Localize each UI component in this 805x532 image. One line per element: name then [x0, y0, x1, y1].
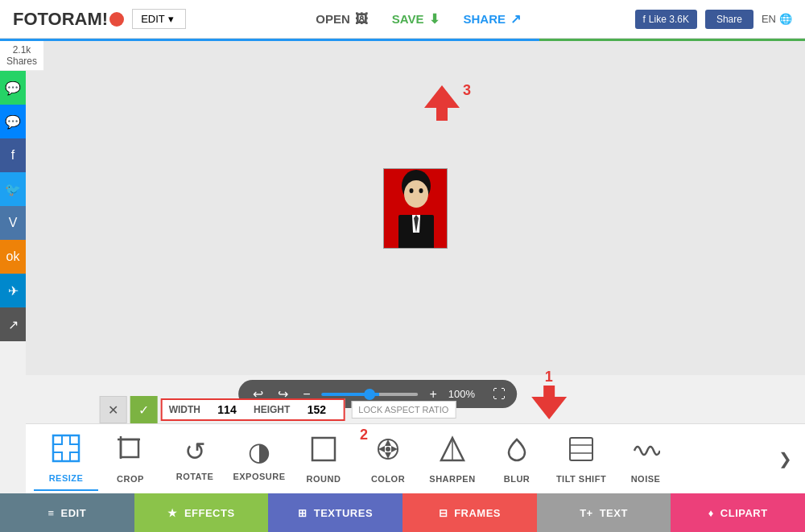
resize-label: RESIZE: [49, 473, 84, 483]
textures-tab-label: TEXTURES: [314, 507, 373, 519]
annotation-2: 2: [360, 427, 368, 443]
resize-icon: [52, 434, 80, 468]
svg-point-4: [419, 188, 423, 193]
svg-rect-17: [312, 438, 335, 460]
tool-tilt-shift[interactable]: TILT SHIFT: [549, 428, 613, 490]
annotation-1: 1: [531, 369, 567, 419]
rotate-icon: ↺: [184, 436, 206, 467]
twitter-button[interactable]: 🐦: [0, 172, 26, 206]
fullscreen-button[interactable]: ⛶: [493, 387, 506, 402]
fb-share-button[interactable]: Share: [705, 10, 753, 29]
telegram-button[interactable]: ✈: [0, 274, 26, 307]
tab-textures[interactable]: ⊞ TEXTURES: [268, 493, 402, 532]
round-icon: [309, 435, 338, 469]
annotation-3-label: 3: [463, 82, 471, 99]
more-tools-button[interactable]: ❯: [773, 449, 797, 468]
fb-icon: f: [643, 14, 646, 25]
lock-aspect-ratio-button[interactable]: LOCK ASPECT RATIO: [351, 401, 456, 419]
tab-effects[interactable]: ★ EFFECTS: [134, 493, 269, 532]
svg-rect-11: [70, 435, 79, 444]
tab-frames[interactable]: ⊟ FRAMES: [402, 493, 537, 532]
svg-rect-10: [53, 435, 62, 444]
fb-like-button[interactable]: f Like 3.6K: [635, 10, 697, 29]
tool-sharpen[interactable]: SHARPEN: [420, 428, 485, 490]
edit-tab-icon: ≡: [47, 507, 54, 519]
clipart-tab-label: CLIPART: [720, 507, 768, 519]
open-nav-item[interactable]: OPEN 🖼: [316, 12, 368, 27]
height-label: HEIGHT: [254, 404, 290, 415]
text-tab-icon: T+: [580, 507, 593, 519]
bottom-tabs: ≡ EDIT ★ EFFECTS ⊞ TEXTURES ⊟ FRAMES T+ …: [0, 493, 805, 532]
annotation-1-label: 1: [545, 369, 553, 386]
cancel-button[interactable]: ✕: [100, 396, 127, 423]
annotation-3: 3: [424, 85, 471, 121]
logo-text: FOTORAM!: [13, 9, 108, 30]
size-inputs-section: ✕ ✓ WIDTH HEIGHT LOCK ASPECT RATIO: [100, 396, 456, 423]
fb-share-label: Share: [716, 14, 742, 25]
shares-label: Shares: [6, 56, 37, 67]
blur-label: BLUR: [504, 474, 530, 484]
svg-point-3: [410, 188, 414, 193]
whatsapp-button[interactable]: 💬: [0, 71, 26, 105]
height-input[interactable]: [296, 403, 336, 416]
textures-tab-icon: ⊞: [298, 507, 308, 519]
tool-resize[interactable]: RESIZE: [34, 427, 98, 491]
share-nav-item[interactable]: SHARE ↗: [464, 11, 522, 27]
width-input[interactable]: [207, 403, 247, 416]
zoom-slider[interactable]: [322, 393, 419, 396]
share-label: SHARE: [464, 12, 506, 26]
header-right: f Like 3.6K Share EN 🌐: [635, 10, 792, 29]
confirm-button[interactable]: ✓: [130, 396, 158, 423]
icon-toolbar: RESIZE CROP ↺ ROTATE ◑ EXPOSURE ROUND: [26, 423, 805, 493]
svg-rect-14: [121, 439, 138, 457]
tool-rotate[interactable]: ↺ ROTATE: [163, 430, 227, 488]
exposure-label: EXPOSURE: [233, 472, 285, 481]
crop-icon: [116, 435, 145, 469]
noise-label: NOISE: [631, 474, 661, 484]
rotate-label: ROTATE: [176, 472, 214, 481]
round-label: ROUND: [307, 474, 341, 484]
social-count: 2.1k Shares: [0, 41, 43, 71]
logo: FOTORAM!: [13, 9, 124, 30]
share-more-button[interactable]: ↗: [0, 307, 26, 341]
social-sidebar: 2.1k Shares 💬 💬 f 🐦 V ok ✈ ↗: [0, 41, 43, 341]
tool-exposure[interactable]: ◑ EXPOSURE: [227, 430, 291, 488]
annotation-2-label: 2: [360, 427, 368, 443]
tab-edit[interactable]: ≡ EDIT: [0, 493, 134, 532]
save-icon: ⬇: [429, 11, 440, 27]
color-icon: [374, 435, 402, 469]
tab-clipart[interactable]: ♦ CLIPART: [671, 493, 805, 532]
canvas-area: 3: [26, 41, 805, 375]
tilt-shift-icon: [567, 435, 596, 469]
header: FOTORAM! EDIT ▾ OPEN 🖼 SAVE ⬇ SHARE ↗ f …: [0, 0, 805, 39]
open-icon: 🖼: [355, 12, 368, 27]
photo-box: [383, 168, 448, 249]
sharpen-label: SHARPEN: [429, 474, 475, 484]
sharpen-icon: [438, 435, 467, 469]
svg-rect-22: [570, 438, 592, 460]
save-label: SAVE: [392, 12, 424, 26]
tool-round[interactable]: ROUND: [291, 428, 356, 490]
tool-crop[interactable]: CROP: [98, 428, 163, 490]
size-inputs-box: WIDTH HEIGHT: [161, 398, 345, 421]
messenger-button[interactable]: 💬: [0, 105, 26, 138]
facebook-button[interactable]: f: [0, 138, 26, 172]
language-selector[interactable]: EN 🌐: [762, 13, 792, 25]
lang-label: EN: [762, 13, 776, 25]
edit-dropdown[interactable]: EDIT ▾: [132, 9, 186, 29]
frames-tab-icon: ⊟: [439, 507, 448, 519]
ok-button[interactable]: ok: [0, 240, 26, 274]
save-nav-item[interactable]: SAVE ⬇: [392, 11, 440, 27]
svg-point-19: [386, 447, 390, 452]
logo-circle: [109, 12, 124, 27]
effects-tab-icon: ★: [167, 507, 178, 519]
share-icon: ↗: [510, 11, 521, 27]
tool-noise[interactable]: NOISE: [613, 428, 678, 490]
effects-tab-label: EFFECTS: [184, 507, 235, 519]
edit-label: EDIT: [141, 13, 165, 25]
svg-rect-13: [70, 452, 79, 461]
tilt-shift-label: TILT SHIFT: [556, 474, 606, 484]
vk-button[interactable]: V: [0, 206, 26, 240]
tool-blur[interactable]: BLUR: [485, 428, 549, 490]
tab-text[interactable]: T+ TEXT: [537, 493, 671, 532]
